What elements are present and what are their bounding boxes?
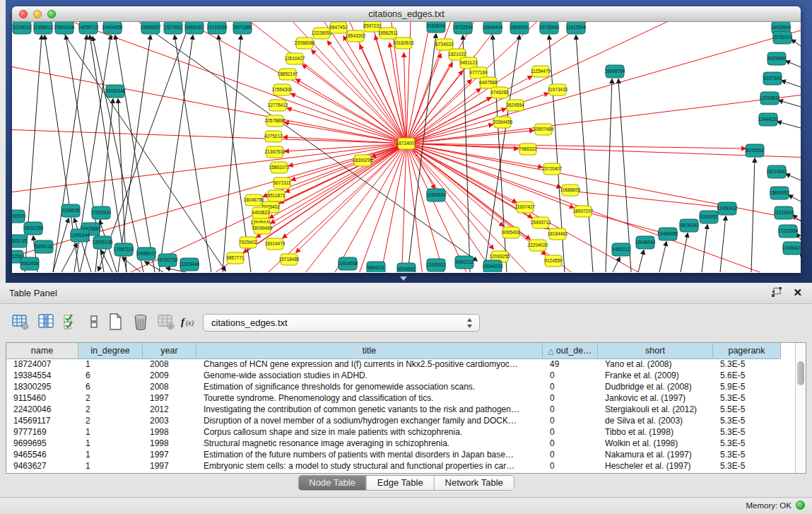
network-window-titlebar[interactable]: citations_edges.txt [12,6,801,22]
graph-node-yellow[interactable]: 11607427 [515,201,536,213]
graph-node-teal[interactable]: 20053346 [105,85,126,98]
graph-node-yellow[interactable]: 20578888 [265,115,286,127]
graph-node-yellow[interactable]: 11254479 [531,66,551,77]
graph-node-teal[interactable]: 10653287 [141,22,161,34]
graph-node-teal[interactable]: 19735943 [539,22,560,34]
graph-node-teal[interactable]: 9329966 [767,52,786,65]
table-row[interactable]: 1872400712008Changes of HCN gene express… [6,359,806,370]
new-document-icon[interactable] [106,313,124,331]
graph-node-teal[interactable]: 8215953 [746,144,764,157]
graph-node-teal[interactable]: 11356012 [33,22,54,34]
graph-node-teal[interactable]: 19384554 [426,189,447,201]
graph-node-yellow[interactable]: 20364456 [493,117,513,128]
table-row[interactable]: 1830029562008Estimation of significance … [6,382,806,393]
graph-node-teal[interactable]: 17353924 [91,206,112,219]
graph-node-teal[interactable]: 12445022 [426,259,447,271]
graph-node-teal[interactable]: 9806091 [510,22,529,34]
table-row[interactable]: 2242004622012Investigating the contribut… [6,404,806,416]
graph-node-teal[interactable]: 16046044 [635,236,656,249]
scrollbar-thumb[interactable] [797,361,804,385]
graph-node-teal[interactable]: 16649404 [483,22,503,34]
graph-node-yellow[interactable]: 9511871 [268,190,286,201]
graph-node-teal[interactable]: 1527602 [164,22,182,34]
graph-node-yellow[interactable]: 16099469 [252,223,273,234]
graph-node-teal[interactable]: 10924558 [338,257,358,270]
trash-icon[interactable] [131,313,150,331]
graph-node-yellow[interactable]: 22068088 [295,37,315,49]
graph-node-teal[interactable]: 16044233 [483,260,503,272]
graph-node-yellow[interactable]: 17554300 [272,84,293,95]
table-row[interactable]: 1456911722003Disruption of a novel membe… [6,416,806,427]
column-header-year[interactable]: year [143,343,196,359]
row-toggle-icon[interactable] [85,313,103,331]
graph-node-yellow[interactable]: 18852197 [278,69,298,80]
graph-node-yellow[interactable]: 7625402 [239,237,257,248]
split-pane-collapse-handle[interactable] [400,276,407,281]
graph-node-teal[interactable]: 9963458 [20,257,39,270]
graph-node-yellow[interactable]: 4275212 [264,131,283,142]
graph-node-yellow[interactable]: 10507489 [534,124,554,135]
graph-node-teal[interactable]: 10719155 [207,22,228,34]
table-row[interactable]: 911546021997Tourette syndrome. Phenomeno… [6,393,806,404]
table-selector-combo[interactable]: citations_edges.txt [203,314,480,332]
column-header-title[interactable]: title [196,343,543,359]
table-body[interactable]: 1872400712008Changes of HCN gene express… [6,359,806,472]
graph-node-teal[interactable]: 10460455 [658,228,678,240]
graph-node-yellow[interactable]: 9857771 [226,252,245,264]
memory-status-indicator[interactable] [796,501,805,510]
column-header-short[interactable]: short [598,343,713,359]
graph-node-teal[interactable]: 11612544 [566,22,587,34]
graph-node-yellow[interactable]: 7986322 [519,144,537,155]
graph-node-yellow[interactable]: 18164461 [548,228,568,240]
graph-node-yellow[interactable]: 11973433 [548,84,568,95]
graph-node-yellow[interactable]: 3624554 [506,100,524,111]
graph-node-teal[interactable]: 8504552 [397,263,416,272]
network-canvas[interactable]: 1872400722068088126104271885219717554300… [12,22,801,272]
graph-node-teal[interactable]: 18030342 [679,219,700,232]
graph-node-yellow[interactable]: 18907207 [573,206,594,217]
graph-node-teal[interactable]: 9450212 [455,256,473,269]
graph-node-teal[interactable]: 14055712 [78,22,99,34]
graph-node-teal[interactable]: 5905132 [35,240,53,253]
graph-node-teal[interactable]: 11451944 [70,229,90,242]
graph-node-yellow[interactable]: 9647451 [329,22,348,33]
graph-node-teal[interactable]: 16782759 [158,254,178,267]
graph-node-yellow[interactable]: 10688609 [560,185,581,196]
graph-node-yellow[interactable]: 16046758 [244,194,264,206]
graph-node-teal[interactable]: 12210644 [774,206,794,219]
close-panel-icon[interactable]: ✕ [793,286,802,299]
column-header-in_degree[interactable]: in_degree [78,343,143,359]
graph-node-yellow[interactable]: 12610427 [285,53,305,64]
table-row[interactable]: 969969511998Structural magnetic resonanc… [6,438,806,450]
show-hide-columns-icon[interactable] [37,313,55,331]
tab-edge-table[interactable]: Edge Table [366,476,434,490]
graph-node-yellow[interactable]: 10162615 [394,37,414,49]
graph-node-teal[interactable]: 9245052 [700,211,718,223]
graph-node-yellow[interactable]: 16914479 [265,238,286,250]
graph-node-teal[interactable]: 9227343 [763,72,782,85]
graph-node-yellow[interactable]: 9095493 [502,227,520,238]
graph-node-teal[interactable]: 2206535 [61,204,80,217]
graph-node-teal[interactable]: 10460423 [782,242,801,255]
column-header-pagerank[interactable]: pagerank [713,343,781,359]
function-fx-icon[interactable]: f (x) [180,313,198,331]
table-row[interactable]: 946554611997Estimation of the future num… [6,450,806,461]
graph-node-teal[interactable]: 9595135 [12,235,27,247]
table-header-row[interactable]: namein_degreeyeartitle△out_de…shortpager… [6,343,806,359]
graph-nodes[interactable]: 1872400722068088126104271885219717554300… [12,22,801,272]
graph-node-teal[interactable]: 16648784 [605,65,625,78]
graph-node-yellow[interactable]: 16562511 [378,28,399,39]
graph-node-yellow[interactable]: 15861073 [269,162,290,173]
table-row[interactable]: 977716911998Corpus callosum shape and si… [6,427,806,438]
graph-node-teal[interactable]: 17203554 [778,225,799,238]
graph-node-teal[interactable]: 6466161 [185,22,204,34]
graph-node-yellow[interactable]: 3672311 [273,177,291,189]
graph-node-teal[interactable]: 12093832 [760,92,780,105]
graph-node-yellow[interactable]: 9124559 [544,255,563,267]
graph-node-teal[interactable]: 12444151 [758,113,779,126]
graph-node-teal[interactable]: 11923448 [180,258,200,271]
graph-node-teal[interactable]: 16210643 [767,165,787,178]
graph-node-yellow[interactable]: 15720407 [542,163,563,175]
graph-node-teal[interactable]: 10958107 [136,247,157,260]
graph-node-teal[interactable]: 17957223 [114,243,134,256]
